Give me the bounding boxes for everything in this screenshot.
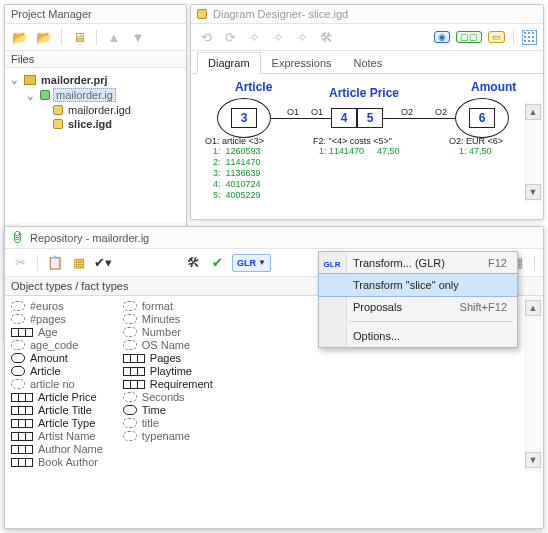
twisty-icon[interactable]: ⌄: [11, 73, 21, 86]
type-item[interactable]: Article Title: [11, 404, 103, 416]
tools-button[interactable]: 🛠: [184, 254, 202, 272]
tool-c-button[interactable]: ✧: [293, 28, 311, 46]
type-item[interactable]: Pages: [123, 352, 213, 364]
type-item[interactable]: Amount: [11, 352, 103, 364]
undo-button[interactable]: ⟲: [197, 28, 215, 46]
diagram-canvas[interactable]: Article 3 Article Price 4 5 Amount 6 O1 …: [191, 74, 543, 204]
oval-icon: [123, 405, 137, 415]
menu-item-options[interactable]: Options...: [319, 325, 517, 347]
node-price-right[interactable]: 5: [357, 108, 383, 128]
oval-icon: [11, 353, 25, 363]
node-label-article: Article: [235, 80, 272, 94]
type-item[interactable]: Requirement: [123, 378, 213, 390]
node-price-left[interactable]: 4: [331, 108, 357, 128]
scroll-down-button[interactable]: ▼: [525, 184, 541, 200]
fact-rect-icon: [11, 432, 33, 441]
paste-button[interactable]: 📋: [46, 254, 64, 272]
check-button[interactable]: ✔: [208, 254, 226, 272]
glr-dropdown-button[interactable]: GLR ▼: [232, 254, 271, 272]
fact-rect-icon: [123, 354, 145, 363]
separator: [513, 29, 514, 45]
article-values: 1: 1260593 2: 1141470 3: 1136639 4: 4010…: [213, 146, 261, 201]
menu-item-proposals[interactable]: Proposals Shift+F12: [319, 296, 517, 318]
canvas-scrollbar[interactable]: ▲ ▼: [525, 100, 543, 204]
tool-b-button[interactable]: ✧: [269, 28, 287, 46]
tree-row-ig[interactable]: ⌄ mailorder.ig: [11, 87, 182, 103]
type-item[interactable]: article no: [11, 378, 103, 390]
diagram-designer-panel: Diagram Designer- slice.igd ⟲ ⟳ ✧ ✧ ✧ 🛠 …: [190, 4, 544, 220]
repository-titlebar: 🛢 Repository - mailorder.ig: [5, 227, 543, 249]
type-item[interactable]: Artist Name: [11, 430, 103, 442]
menu-item-transform-slice[interactable]: Transform "slice" only: [319, 274, 517, 296]
repo-scrollbar[interactable]: ▲ ▼: [525, 296, 543, 472]
fact-rect-icon: [123, 380, 145, 389]
tab-notes[interactable]: Notes: [343, 52, 394, 74]
node-amount[interactable]: 6: [469, 108, 495, 128]
view-mode-b-button[interactable]: ▢▢: [456, 31, 482, 43]
pm-up-button[interactable]: ▲: [105, 28, 123, 46]
pm-save-button[interactable]: 📂: [35, 28, 53, 46]
dashed-oval-icon: [123, 314, 137, 324]
type-item[interactable]: Book Author: [11, 456, 103, 468]
grid-toggle-button[interactable]: [522, 30, 537, 45]
ig-icon: [40, 90, 50, 100]
type-item[interactable]: Seconds: [123, 391, 213, 403]
filter-button[interactable]: ✔▾: [94, 254, 112, 272]
type-item[interactable]: Playtime: [123, 365, 213, 377]
type-item[interactable]: title: [123, 417, 213, 429]
menu-item-transform[interactable]: GLR Transform... (GLR) F12: [319, 252, 517, 274]
dashed-oval-icon: [123, 431, 137, 441]
twisty-icon[interactable]: ⌄: [27, 89, 37, 102]
type-item[interactable]: Minutes: [123, 313, 213, 325]
col-types-header[interactable]: Object types / fact types: [5, 277, 360, 295]
dashed-oval-icon: [11, 314, 25, 324]
tree-row-igd[interactable]: mailorder.igd: [11, 103, 182, 117]
connector: [383, 118, 455, 119]
tool-a-button[interactable]: ✧: [245, 28, 263, 46]
type-item[interactable]: typename: [123, 430, 213, 442]
type-item[interactable]: format: [123, 300, 213, 312]
scroll-down-button[interactable]: ▼: [525, 452, 541, 468]
type-item[interactable]: Article: [11, 365, 103, 377]
type-item[interactable]: #pages: [11, 313, 103, 325]
scroll-up-button[interactable]: ▲: [525, 104, 541, 120]
type-item[interactable]: Time: [123, 404, 213, 416]
tree-label: slice.igd: [66, 118, 114, 130]
connector-label: O1: [287, 107, 299, 117]
separator: [61, 29, 62, 45]
type-item[interactable]: age_code: [11, 339, 103, 351]
diagram-tabs: Diagram Expressions Notes: [191, 51, 543, 74]
redo-button[interactable]: ⟳: [221, 28, 239, 46]
type-item[interactable]: Age: [11, 326, 103, 338]
type-label: Author Name: [38, 443, 103, 455]
cut-button[interactable]: ✂: [11, 254, 29, 272]
properties-button[interactable]: ▦: [70, 254, 88, 272]
tree-row-project[interactable]: ⌄ mailorder.prj: [11, 72, 182, 87]
type-item[interactable]: Author Name: [11, 443, 103, 455]
type-item[interactable]: OS Name: [123, 339, 213, 351]
menu-separator: [349, 321, 513, 322]
pm-down-button[interactable]: ▼: [129, 28, 147, 46]
tab-diagram[interactable]: Diagram: [197, 52, 261, 74]
view-mode-a-button[interactable]: ◉: [434, 31, 450, 43]
dashed-oval-icon: [123, 392, 137, 402]
tab-expressions[interactable]: Expressions: [261, 52, 343, 74]
tool-d-button[interactable]: 🛠: [317, 28, 335, 46]
project-tree: ⌄ mailorder.prj ⌄ mailorder.ig mailorder…: [5, 68, 186, 135]
type-item[interactable]: Article Type: [11, 417, 103, 429]
type-item[interactable]: Article Price: [11, 391, 103, 403]
glr-icon: GLR: [324, 256, 340, 272]
type-item[interactable]: #euros: [11, 300, 103, 312]
scroll-up-button[interactable]: ▲: [525, 300, 541, 316]
fact-rect-icon: [11, 406, 33, 415]
pm-screens-button[interactable]: 🖥: [70, 28, 88, 46]
amount-row: 1: 47,50: [459, 146, 492, 156]
type-label: Book Author: [38, 456, 98, 468]
type-label: Minutes: [142, 313, 181, 325]
tree-row-igd[interactable]: slice.igd: [11, 117, 182, 131]
type-item[interactable]: Number: [123, 326, 213, 338]
project-manager-toolbar: 📂 📂 🖥 ▲ ▼: [5, 24, 186, 51]
node-article[interactable]: 3: [231, 108, 257, 128]
pm-open-button[interactable]: 📂: [11, 28, 29, 46]
view-mode-c-button[interactable]: ▭: [488, 31, 505, 43]
